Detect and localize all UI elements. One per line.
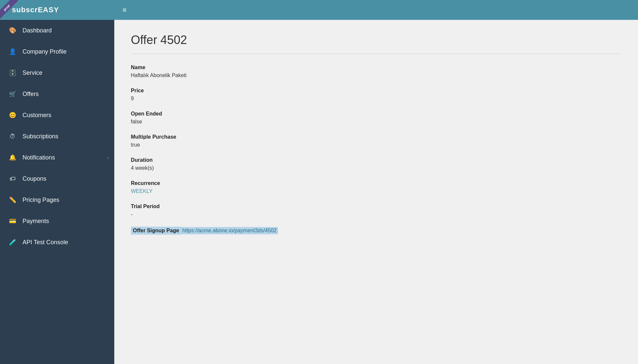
field-value-price: 9 — [131, 96, 621, 102]
field-group-name: NameHaftalık Abonelik Paketi — [131, 65, 621, 78]
sidebar: 🎨Dashboard👤Company Profile🗄️Service🛒Offe… — [0, 20, 114, 364]
prod-badge: prod — [0, 0, 18, 20]
sidebar-item-company-profile[interactable]: 👤Company Profile — [0, 41, 114, 62]
field-value-open-ended: false — [131, 119, 621, 125]
field-label-multiple-purchase: Multiple Purchase — [131, 134, 621, 140]
divider — [131, 54, 621, 54]
sidebar-label-notifications: Notifications — [23, 154, 55, 161]
sidebar-label-company-profile: Company Profile — [23, 48, 67, 55]
field-label-price: Price — [131, 88, 621, 94]
sidebar-label-customers: Customers — [23, 112, 51, 119]
payments-icon: 💳 — [8, 216, 17, 226]
field-value-multiple-purchase: true — [131, 142, 621, 148]
field-value-duration: 4 week(s) — [131, 165, 621, 171]
sidebar-label-dashboard: Dashboard — [23, 27, 52, 34]
sidebar-item-api-test-console[interactable]: 🧪API Test Console — [0, 232, 114, 253]
customers-icon: 😊 — [8, 111, 17, 120]
service-icon: 🗄️ — [8, 68, 17, 77]
sidebar-item-dashboard[interactable]: 🎨Dashboard — [0, 20, 114, 41]
prod-corner: prod — [0, 0, 20, 20]
sidebar-label-payments: Payments — [23, 218, 49, 225]
field-label-trial-period: Trial Period — [131, 204, 621, 209]
field-label-recurrence: Recurrence — [131, 180, 621, 186]
offer-signup-link[interactable]: https://acme.abone.io/payment3ds/4502 — [183, 228, 277, 233]
sidebar-label-service: Service — [23, 69, 42, 76]
sidebar-item-service[interactable]: 🗄️Service — [0, 62, 114, 83]
sidebar-item-payments[interactable]: 💳Payments — [0, 210, 114, 232]
field-value-trial-period: - — [131, 211, 621, 217]
sidebar-label-offers: Offers — [23, 91, 39, 98]
content-area: Offer 4502 NameHaftalık Abonelik PaketiP… — [114, 20, 638, 364]
field-group-offer-signup-page: Offer Signup Pagehttps://acme.abone.io/p… — [131, 227, 621, 235]
subscriptions-icon: ⏱ — [8, 132, 17, 141]
sidebar-label-subscriptions: Subscriptions — [23, 133, 58, 140]
top-header: prod subscrEASY ≡ — [0, 0, 638, 20]
sidebar-label-coupons: Coupons — [23, 175, 46, 182]
page-title: Offer 4502 — [131, 33, 621, 47]
field-group-recurrence: RecurrenceWEEKLY — [131, 180, 621, 194]
field-label-duration: Duration — [131, 157, 621, 163]
field-group-trial-period: Trial Period- — [131, 204, 621, 217]
notifications-icon: 🔔 — [8, 153, 17, 162]
field-group-multiple-purchase: Multiple Purchasetrue — [131, 134, 621, 148]
api-test-console-icon: 🧪 — [8, 238, 17, 247]
field-group-open-ended: Open Endedfalse — [131, 111, 621, 125]
company-profile-icon: 👤 — [8, 47, 17, 56]
sidebar-label-api-test-console: API Test Console — [23, 239, 68, 246]
sidebar-item-pricing-pages[interactable]: ✏️Pricing Pages — [0, 189, 114, 210]
brand-suffix: EASY — [38, 6, 59, 14]
sidebar-item-subscriptions[interactable]: ⏱Subscriptions — [0, 126, 114, 147]
field-label-name: Name — [131, 65, 621, 70]
sidebar-item-offers[interactable]: 🛒Offers — [0, 83, 114, 105]
sidebar-item-coupons[interactable]: 🏷Coupons — [0, 168, 114, 189]
coupons-icon: 🏷 — [8, 174, 17, 183]
main-layout: 🎨Dashboard👤Company Profile🗄️Service🛒Offe… — [0, 20, 638, 364]
field-group-duration: Duration4 week(s) — [131, 157, 621, 171]
dashboard-icon: 🎨 — [8, 26, 17, 35]
field-label-open-ended: Open Ended — [131, 111, 621, 117]
sidebar-item-customers[interactable]: 😊Customers — [0, 105, 114, 126]
field-label-offer-signup-page: Offer Signup Page — [131, 227, 181, 235]
sidebar-item-notifications[interactable]: 🔔Notifications‹ — [0, 147, 114, 168]
field-value-name: Haftalık Abonelik Paketi — [131, 72, 621, 78]
field-group-price: Price9 — [131, 88, 621, 102]
offers-icon: 🛒 — [8, 89, 17, 99]
hamburger-icon[interactable]: ≡ — [123, 6, 127, 14]
field-value-recurrence: WEEKLY — [131, 188, 621, 194]
sidebar-label-pricing-pages: Pricing Pages — [23, 197, 59, 204]
field-value-offer-signup-page[interactable]: https://acme.abone.io/payment3ds/4502 — [181, 227, 278, 234]
chevron-icon: ‹ — [107, 155, 109, 160]
pricing-pages-icon: ✏️ — [8, 195, 17, 205]
fields-container: NameHaftalık Abonelik PaketiPrice9Open E… — [131, 65, 621, 235]
